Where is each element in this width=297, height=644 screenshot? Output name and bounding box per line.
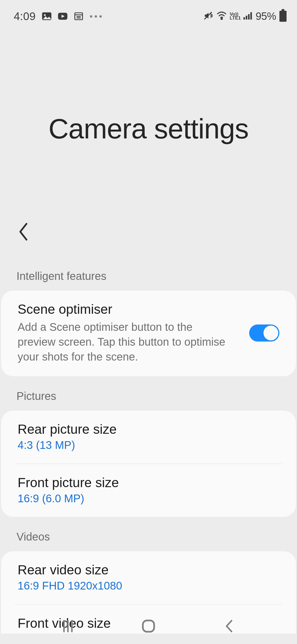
gallery-icon	[42, 12, 52, 20]
section-header-pictures: Pictures	[0, 376, 297, 411]
nav-back-button[interactable]	[218, 618, 240, 634]
rear-video-value: 16:9 FHD 1920x1080	[18, 580, 279, 592]
svg-rect-11	[248, 14, 250, 20]
toggle-knob	[263, 326, 278, 340]
svg-rect-12	[251, 12, 252, 20]
mute-vibrate-icon	[203, 11, 214, 21]
row-rear-picture-size[interactable]: Rear picture size 4:3 (13 MP)	[1, 411, 296, 463]
more-icon: •••	[90, 11, 104, 21]
nav-recent-button[interactable]	[57, 618, 79, 634]
back-button[interactable]	[17, 222, 297, 242]
scene-optimiser-desc: Add a Scene optimiser button to the prev…	[18, 320, 227, 364]
status-left: 4:09 •••	[14, 10, 104, 23]
front-picture-value: 16:9 (6.0 MP)	[18, 492, 279, 505]
nav-home-button[interactable]	[138, 618, 160, 634]
section-header-videos: Videos	[0, 517, 297, 551]
svg-rect-16	[143, 620, 154, 632]
signal-icon	[243, 12, 253, 21]
svg-rect-10	[246, 16, 248, 20]
rear-picture-value: 4:3 (13 MP)	[18, 439, 279, 451]
svg-rect-9	[244, 17, 245, 20]
battery-percentage: 95%	[255, 10, 276, 22]
scene-optimiser-toggle[interactable]	[249, 324, 279, 342]
svg-point-1	[44, 14, 46, 16]
volte-icon: Vo))LTE1	[230, 12, 241, 20]
nav-bar	[0, 608, 297, 644]
svg-point-8	[221, 18, 222, 20]
section-header-intelligent: Intelligent features	[0, 242, 297, 291]
row-rear-video-size[interactable]: Rear video size 16:9 FHD 1920x1080	[1, 551, 296, 604]
card-pictures: Rear picture size 4:3 (13 MP) Front pict…	[1, 411, 296, 517]
row-scene-optimiser[interactable]: Scene optimiser Add a Scene optimiser bu…	[1, 291, 296, 376]
row-front-picture-size[interactable]: Front picture size 16:9 (6.0 MP)	[1, 464, 296, 517]
news-icon	[74, 12, 84, 20]
youtube-icon	[58, 12, 68, 20]
wifi-icon	[216, 12, 227, 21]
status-bar: 4:09 ••• Vo))LTE1 95%	[0, 0, 297, 25]
front-picture-title: Front picture size	[18, 475, 279, 490]
status-right: Vo))LTE1 95%	[203, 10, 287, 22]
page-title: Camera settings	[0, 113, 297, 145]
card-intelligent: Scene optimiser Add a Scene optimiser bu…	[1, 291, 296, 376]
rear-picture-title: Rear picture size	[18, 422, 279, 437]
battery-icon	[279, 11, 287, 22]
status-time: 4:09	[14, 10, 36, 23]
rear-video-title: Rear video size	[18, 562, 279, 577]
scene-optimiser-title: Scene optimiser	[18, 302, 241, 317]
